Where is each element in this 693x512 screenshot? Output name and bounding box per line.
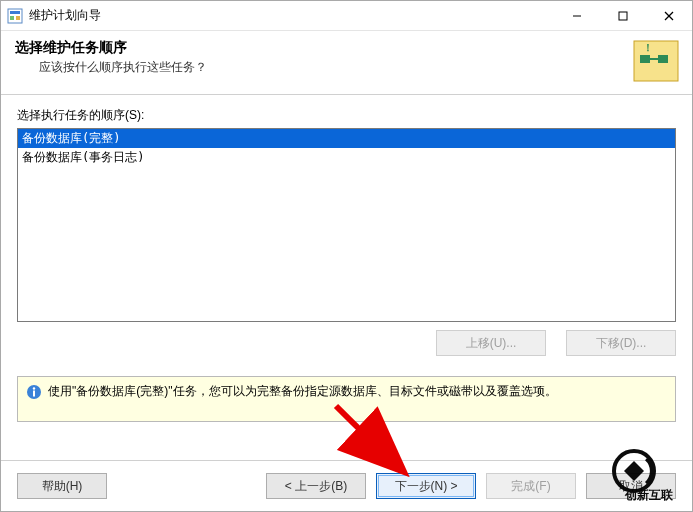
list-item[interactable]: 备份数据库(完整) — [18, 129, 675, 148]
page-heading: 选择维护任务顺序 — [15, 39, 678, 57]
svg-rect-3 — [16, 16, 20, 20]
finish-button[interactable]: 完成(F) — [486, 473, 576, 499]
minimize-button[interactable] — [554, 1, 600, 31]
list-item[interactable]: 备份数据库(事务日志) — [18, 148, 675, 167]
info-box: 使用"备份数据库(完整)"任务，您可以为完整备份指定源数据库、目标文件或磁带以及… — [17, 376, 676, 422]
svg-rect-15 — [33, 391, 35, 397]
page-subheading: 应该按什么顺序执行这些任务？ — [39, 59, 678, 76]
wizard-window: 维护计划向导 选择维护任务顺序 应该按什么顺序执行这些任务？ ！ 选择执行任务的… — [0, 0, 693, 512]
svg-rect-9 — [640, 55, 650, 63]
info-text: 使用"备份数据库(完整)"任务，您可以为完整备份指定源数据库、目标文件或磁带以及… — [48, 383, 557, 400]
info-icon — [26, 384, 42, 400]
move-up-button[interactable]: 上移(U)... — [436, 330, 546, 356]
app-icon — [7, 8, 23, 24]
wizard-icon: ！ — [628, 37, 682, 87]
svg-rect-1 — [10, 11, 20, 14]
move-down-button[interactable]: 下移(D)... — [566, 330, 676, 356]
window-title: 维护计划向导 — [29, 7, 101, 24]
close-button[interactable] — [646, 1, 692, 31]
cancel-button[interactable]: 取消 — [586, 473, 676, 499]
svg-point-14 — [33, 387, 35, 389]
maximize-button[interactable] — [600, 1, 646, 31]
footer: 帮助(H) < 上一步(B) 下一步(N) > 完成(F) 取消 — [1, 460, 692, 511]
task-order-listbox[interactable]: 备份数据库(完整)备份数据库(事务日志) — [17, 128, 676, 322]
content-body: 选择执行任务的顺序(S): 备份数据库(完整)备份数据库(事务日志) 上移(U)… — [1, 95, 692, 356]
svg-rect-2 — [10, 16, 14, 20]
order-label: 选择执行任务的顺序(S): — [17, 107, 676, 124]
next-button[interactable]: 下一步(N) > — [376, 473, 476, 499]
svg-rect-5 — [619, 12, 627, 20]
header: 选择维护任务顺序 应该按什么顺序执行这些任务？ ！ — [1, 31, 692, 95]
titlebar: 维护计划向导 — [1, 1, 692, 31]
svg-rect-10 — [658, 55, 668, 63]
svg-text:！: ！ — [643, 42, 653, 53]
help-button[interactable]: 帮助(H) — [17, 473, 107, 499]
back-button[interactable]: < 上一步(B) — [266, 473, 366, 499]
